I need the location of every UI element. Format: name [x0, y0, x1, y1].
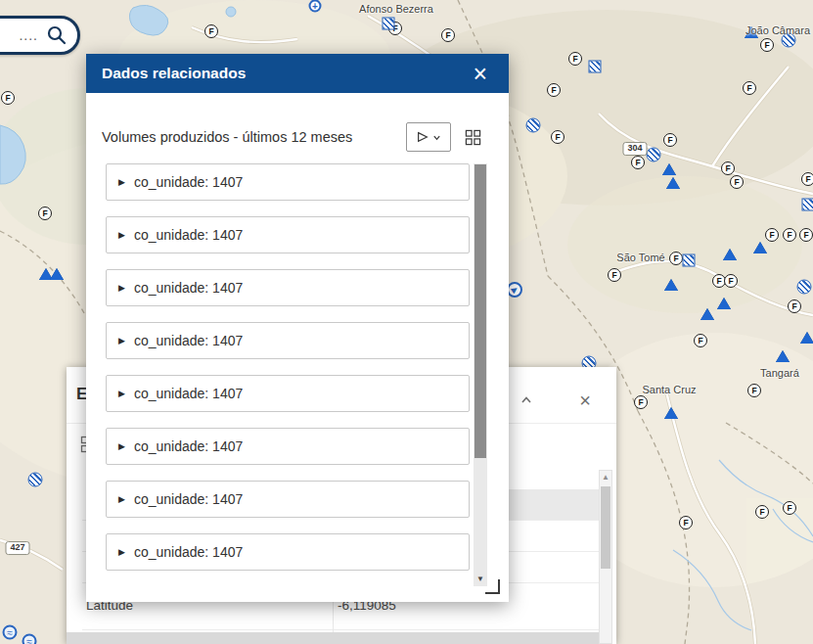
f-marker-icon[interactable]: F [799, 228, 813, 242]
triangle-marker-icon[interactable] [662, 163, 676, 175]
f-marker-icon[interactable]: F [1, 91, 15, 105]
search-input-text[interactable]: .... [19, 27, 38, 43]
triangle-marker-icon[interactable] [723, 249, 737, 260]
triangle-marker-icon[interactable] [700, 308, 714, 320]
related-record-label: co_unidade: 1407 [134, 333, 243, 348]
related-record-item[interactable]: ▶co_unidade: 1407 [106, 322, 470, 359]
list-scrollbar[interactable]: ▼ [474, 163, 487, 586]
f-marker-icon[interactable]: F [608, 268, 621, 282]
expand-caret-icon: ▶ [118, 548, 125, 557]
select-arrow-icon [416, 130, 429, 144]
f-marker-icon[interactable]: F [724, 274, 738, 288]
f-marker-icon[interactable]: F [669, 252, 683, 265]
f-marker-icon[interactable]: F [755, 505, 769, 519]
f-marker-icon[interactable]: F [783, 501, 796, 515]
related-record-item[interactable]: ▶co_unidade: 1407 [106, 375, 470, 412]
map-application: FFFFFFFFFFFFFFFFFFFFFFFFFFFFF▶+≈≈ Afonso… [0, 0, 813, 644]
related-record-label: co_unidade: 1407 [134, 227, 243, 243]
hatched-square-marker-icon[interactable] [683, 254, 696, 267]
f-marker-icon[interactable]: F [568, 52, 582, 66]
horizontal-scrollbar[interactable] [67, 632, 599, 644]
road-shield: 427 [5, 541, 29, 555]
f-marker-icon[interactable]: F [747, 384, 761, 397]
related-record-label: co_unidade: 1407 [134, 174, 243, 190]
popup-scrollbar[interactable]: ▲ [599, 470, 612, 644]
place-label: Santa Cruz [642, 384, 696, 395]
triangle-marker-icon[interactable] [664, 279, 678, 291]
triangle-marker-icon[interactable] [50, 268, 64, 280]
f-marker-icon[interactable]: F [679, 516, 693, 529]
table-view-button[interactable] [465, 129, 481, 146]
hatched-circle-marker-icon[interactable] [647, 148, 661, 162]
related-record-item[interactable]: ▶co_unidade: 1407 [106, 163, 470, 201]
expand-caret-icon: ▶ [118, 442, 125, 451]
popup-collapse-button[interactable] [515, 389, 538, 412]
expand-caret-icon: ▶ [118, 284, 125, 293]
related-data-dialog: Dados relacionados × Volumes produzidos … [86, 54, 509, 602]
f-marker-icon[interactable]: F [721, 161, 735, 175]
place-label: Tangará [760, 367, 799, 379]
f-marker-icon[interactable]: F [551, 130, 565, 144]
f-marker-icon[interactable]: F [760, 38, 774, 52]
f-marker-icon[interactable]: F [730, 175, 744, 189]
related-record-item[interactable]: ▶co_unidade: 1407 [106, 269, 470, 306]
f-marker-icon[interactable]: F [801, 172, 813, 186]
expand-caret-icon: ▶ [118, 231, 125, 240]
place-label: João Câmara [745, 24, 810, 36]
f-marker-icon[interactable]: F [743, 81, 756, 95]
dialog-title: Dados relacionados [102, 65, 246, 82]
search-icon[interactable] [46, 24, 68, 46]
chevron-down-icon [432, 133, 441, 142]
hatched-circle-marker-icon[interactable] [526, 118, 541, 133]
f-marker-icon[interactable]: F [547, 83, 561, 97]
f-marker-icon[interactable]: F [765, 228, 779, 242]
related-record-label: co_unidade: 1407 [134, 491, 243, 507]
scroll-up-icon[interactable]: ▲ [600, 473, 611, 482]
place-label: São Tomé [616, 252, 664, 263]
dialog-resize-handle[interactable] [485, 579, 500, 594]
f-marker-icon[interactable]: F [663, 133, 677, 147]
related-record-label: co_unidade: 1407 [134, 280, 243, 296]
expand-caret-icon: ▶ [118, 178, 125, 187]
triangle-marker-icon[interactable] [717, 298, 731, 309]
f-marker-icon[interactable]: F [204, 24, 218, 38]
triangle-marker-icon[interactable] [800, 332, 813, 344]
nav-marker-icon[interactable]: ▶ [507, 282, 522, 298]
f-marker-icon[interactable]: F [694, 334, 707, 347]
map-search-box[interactable]: .... [0, 16, 80, 55]
related-record-item[interactable]: ▶co_unidade: 1407 [106, 216, 470, 253]
wave-marker-icon[interactable]: ≈ [3, 625, 18, 640]
triangle-marker-icon[interactable] [753, 242, 767, 253]
popup-scrollbar-thumb[interactable] [601, 486, 610, 569]
hatched-square-marker-icon[interactable] [589, 61, 602, 73]
f-marker-icon[interactable]: F [788, 299, 801, 313]
place-label: Afonso Bezerra [359, 3, 433, 15]
dialog-close-button[interactable]: × [473, 62, 487, 86]
list-scrollbar-thumb[interactable] [474, 164, 486, 458]
plus-marker-icon[interactable]: + [309, 0, 322, 13]
expand-caret-icon: ▶ [118, 337, 125, 345]
triangle-marker-icon[interactable] [776, 350, 790, 362]
f-marker-icon[interactable]: F [634, 395, 648, 409]
wave-marker-icon[interactable]: ≈ [23, 634, 37, 644]
related-record-label: co_unidade: 1407 [134, 438, 243, 454]
f-marker-icon[interactable]: F [441, 28, 455, 42]
popup-close-button[interactable]: × [573, 389, 597, 412]
f-marker-icon[interactable]: F [38, 207, 52, 220]
triangle-marker-icon[interactable] [664, 407, 678, 419]
hatched-circle-marker-icon[interactable] [797, 280, 812, 295]
expand-caret-icon: ▶ [118, 495, 125, 504]
hatched-square-marker-icon[interactable] [802, 199, 813, 211]
related-records-list: ▼ ▶co_unidade: 1407▶co_unidade: 1407▶co_… [106, 163, 487, 586]
dialog-toolbar: Volumes produzidos - últimos 12 meses [102, 122, 481, 152]
related-record-item[interactable]: ▶co_unidade: 1407 [106, 428, 470, 465]
hatched-square-marker-icon[interactable] [383, 18, 395, 30]
selection-actions-button[interactable] [406, 122, 451, 152]
related-record-item[interactable]: ▶co_unidade: 1407 [106, 481, 470, 518]
related-record-item[interactable]: ▶co_unidade: 1407 [106, 533, 470, 571]
f-marker-icon[interactable]: F [631, 156, 645, 169]
hatched-circle-marker-icon[interactable] [28, 473, 43, 487]
f-marker-icon[interactable]: F [783, 228, 796, 242]
road-shield: 304 [622, 142, 647, 156]
triangle-marker-icon[interactable] [666, 177, 680, 189]
